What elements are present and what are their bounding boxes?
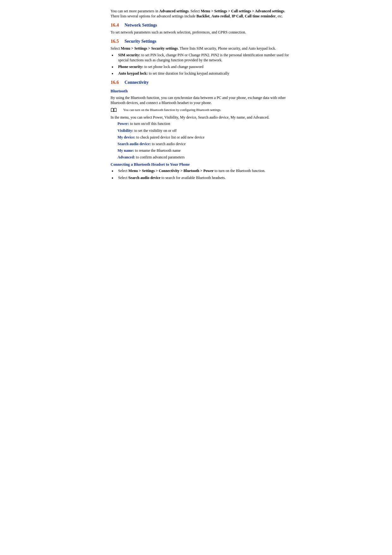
security-list: SIM security: to set PIN lock, change PI…: [111, 52, 292, 76]
bold-text: Menu > Settings > Connectivity > Bluetoo…: [128, 169, 214, 173]
list-item: Power: to turn on/off this function: [118, 121, 292, 126]
section-number: 16.4: [111, 22, 119, 28]
section-16-5-lead: Select Menu > Settings > Security settin…: [111, 46, 292, 51]
bold-text: Advanced settings: [159, 9, 189, 13]
list-item: Select Menu > Settings > Connectivity > …: [116, 168, 292, 173]
intro-paragraph: You can set more parameters in Advanced …: [111, 9, 292, 19]
def-term: My device:: [118, 135, 135, 139]
text: . Select: [189, 9, 201, 13]
section-title: Security Settings: [124, 39, 156, 45]
bold-text: Menu > Settings > Security settings: [121, 46, 178, 51]
text: You can set more parameters in: [111, 9, 159, 13]
list-term: SIM security:: [118, 53, 140, 57]
menu-lead: In the menu, you can select Power, Visib…: [111, 115, 292, 120]
bold-text: Search audio device: [128, 176, 160, 180]
section-title: Connectivity: [124, 80, 148, 86]
def-desc: to check paired device list or add new d…: [135, 135, 204, 139]
def-desc: to turn on/off this function: [129, 121, 170, 126]
bluetooth-body: By using the Bluetooth function, you can…: [111, 95, 292, 105]
section-16-4-body: To set network parameters such as networ…: [111, 30, 292, 35]
list-desc: to set PIN lock, change PIN or Change PI…: [118, 53, 289, 62]
note-text: You can turn on the Bluetooth function b…: [123, 108, 221, 112]
text: . There lists SIM security, Phone securi…: [178, 46, 276, 51]
note-row: You can turn on the Bluetooth function b…: [111, 108, 292, 112]
section-16-6-header: 16.6 Connectivity: [111, 79, 292, 86]
def-term: Advanced:: [118, 155, 135, 159]
book-icon: [111, 108, 117, 112]
section-number: 16.5: [111, 38, 119, 44]
def-term: Search audio device:: [118, 142, 151, 146]
list-item: Search audio device: to search audio dev…: [118, 141, 292, 146]
text: Select: [111, 46, 121, 51]
list-term: Auto keypad lock:: [118, 71, 148, 76]
text: Select: [118, 176, 128, 180]
list-item: Visibility: to set the visibility on or …: [118, 128, 292, 133]
list-item: Advanced: to confirm advanced parameters: [118, 155, 292, 160]
text: to search for available Bluetooth headse…: [160, 176, 226, 180]
list-item: Phone security: to set phone lock and ch…: [116, 64, 292, 69]
def-term: My name:: [118, 148, 134, 153]
list-item: Auto keypad lock: to set time duration f…: [116, 71, 292, 76]
def-desc: to search audio device: [151, 142, 186, 146]
list-desc: to set time duration for locking keypad …: [148, 71, 229, 76]
connect-steps: Select Menu > Settings > Connectivity > …: [111, 168, 292, 180]
def-desc: to set the visibility on or off: [133, 128, 177, 133]
text: to turn on the Bluetooth function.: [214, 169, 265, 173]
bluetooth-heading: Bluetooth: [111, 88, 292, 94]
list-item: My device: to check paired device list o…: [118, 135, 292, 140]
list-term: Phone security:: [118, 65, 143, 69]
text: , etc.: [276, 14, 283, 18]
def-term: Power:: [118, 121, 129, 126]
section-title: Network Settings: [124, 22, 157, 28]
list-item: Select Search audio device to search for…: [116, 175, 292, 180]
bluetooth-options-list: Power: to turn on/off this function Visi…: [118, 121, 292, 160]
def-desc: to rename the Bluetooth name: [134, 148, 181, 153]
list-desc: to set phone lock and change password: [143, 65, 203, 69]
section-16-5-header: 16.5 Security Settings: [111, 38, 292, 45]
def-term: Visibility:: [118, 128, 133, 133]
section-number: 16.6: [111, 79, 119, 85]
def-desc: to confirm advanced parameters: [135, 155, 184, 159]
list-item: My name: to rename the Bluetooth name: [118, 148, 292, 153]
connect-heading: Connecting a Bluetooth Headset to Your P…: [111, 162, 292, 167]
bold-text: IP Call: [232, 14, 243, 18]
bold-text: Auto redial: [211, 14, 230, 18]
document-page: You can set more parameters in Advanced …: [111, 0, 292, 180]
list-item: SIM security: to set PIN lock, change PI…: [116, 52, 292, 63]
bold-text: Call time reminder: [245, 14, 276, 18]
bold-text: Backlist: [196, 14, 209, 18]
text: Select: [118, 169, 128, 173]
bold-text: Menu > Settings > Call settings > Advanc…: [201, 9, 284, 13]
section-16-4-header: 16.4 Network Settings: [111, 22, 292, 28]
